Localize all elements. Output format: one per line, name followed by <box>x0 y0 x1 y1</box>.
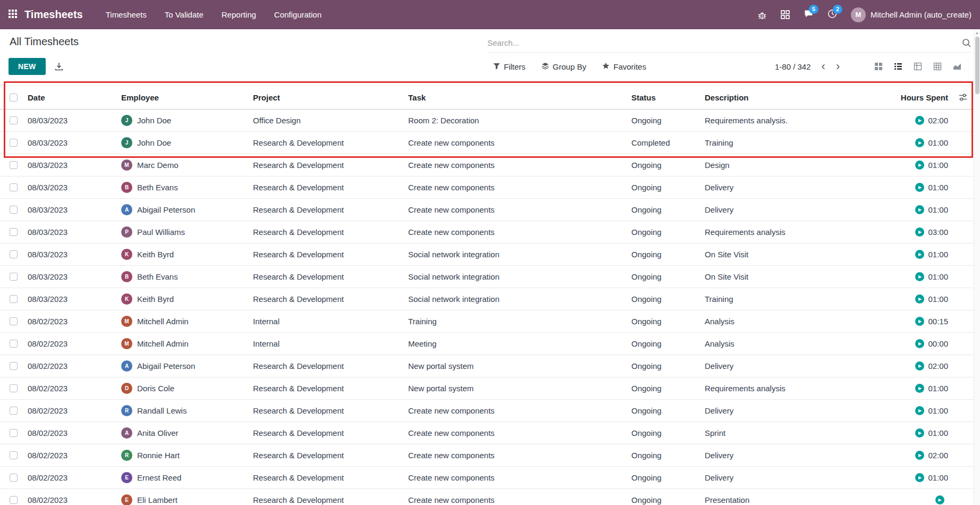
header-status[interactable]: Status <box>627 93 700 102</box>
cell-employee[interactable]: J John Doe <box>117 137 249 148</box>
cell-date[interactable]: 08/02/2023 <box>23 473 117 482</box>
cell-employee[interactable]: P Paul Williams <box>117 226 249 238</box>
row-checkbox[interactable] <box>10 206 18 214</box>
cell-task[interactable]: Create new components <box>404 205 627 214</box>
timer-play-icon[interactable]: ▶ <box>915 116 924 125</box>
cell-date[interactable]: 08/03/2023 <box>23 250 117 259</box>
cell-project[interactable]: Internal <box>249 317 404 326</box>
modules-grid-icon[interactable] <box>781 10 790 19</box>
apps-menu-button[interactable] <box>9 10 17 20</box>
cell-hours[interactable]: ▶ 03:00 <box>876 228 974 237</box>
cell-status[interactable]: Ongoing <box>627 294 700 304</box>
cell-project[interactable]: Research & Development <box>249 473 404 482</box>
cell-project[interactable]: Office Design <box>249 116 404 125</box>
cell-employee[interactable]: A Abigail Peterson <box>117 204 249 215</box>
cell-project[interactable]: Internal <box>249 339 404 348</box>
cell-employee[interactable]: R Randall Lewis <box>117 405 249 416</box>
favorites-button[interactable]: Favorites <box>602 62 646 71</box>
cell-date[interactable]: 08/02/2023 <box>23 384 117 393</box>
cell-project[interactable]: Research & Development <box>249 495 404 504</box>
timer-play-icon[interactable]: ▶ <box>915 428 924 437</box>
timer-play-icon[interactable]: ▶ <box>915 361 924 371</box>
graph-view-button[interactable] <box>948 58 966 74</box>
cell-date[interactable]: 08/03/2023 <box>23 183 117 192</box>
row-checkbox[interactable] <box>10 496 18 504</box>
cell-date[interactable]: 08/03/2023 <box>23 116 117 125</box>
cell-description[interactable]: Delivery <box>700 451 876 460</box>
cell-date[interactable]: 08/03/2023 <box>23 228 117 237</box>
cell-task[interactable]: Create new components <box>404 451 627 460</box>
timer-play-icon[interactable]: ▶ <box>915 272 924 281</box>
header-task[interactable]: Task <box>404 93 627 102</box>
cell-hours[interactable]: ▶ 01:00 <box>876 272 974 281</box>
cell-employee[interactable]: M Mitchell Admin <box>117 316 249 327</box>
cell-hours[interactable]: ▶ 01:00 <box>876 161 974 170</box>
row-checkbox[interactable] <box>10 273 18 281</box>
row-checkbox[interactable] <box>10 362 18 370</box>
cell-description[interactable]: Training <box>700 294 876 304</box>
cell-task[interactable]: Create new components <box>404 406 627 415</box>
cell-status[interactable]: Ongoing <box>627 428 700 437</box>
cell-date[interactable]: 08/02/2023 <box>23 451 117 460</box>
cell-description[interactable]: Delivery <box>700 406 876 415</box>
table-row[interactable]: 08/02/2023 R Randall Lewis Research & De… <box>0 400 974 422</box>
optional-columns-button[interactable] <box>959 93 967 102</box>
table-row[interactable]: 08/03/2023 M Marc Demo Research & Develo… <box>0 154 974 176</box>
vertical-scrollbar[interactable]: ▲ <box>974 29 980 505</box>
cell-hours[interactable]: ▶ 02:00 <box>876 361 974 371</box>
search-input[interactable] <box>487 38 962 47</box>
header-date[interactable]: Date <box>23 93 117 102</box>
cell-project[interactable]: Research & Development <box>249 272 404 281</box>
cell-date[interactable]: 08/03/2023 <box>23 205 117 214</box>
cell-status[interactable]: Ongoing <box>627 183 700 192</box>
cell-date[interactable]: 08/02/2023 <box>23 406 117 415</box>
cell-project[interactable]: Research & Development <box>249 183 404 192</box>
filters-button[interactable]: Filters <box>493 62 526 71</box>
cell-status[interactable]: Ongoing <box>627 116 700 125</box>
cell-hours[interactable]: ▶ <box>876 495 974 504</box>
cell-status[interactable]: Ongoing <box>627 451 700 460</box>
cell-description[interactable]: On Site Visit <box>700 272 876 281</box>
row-checkbox[interactable] <box>10 429 18 437</box>
search-icon[interactable] <box>962 38 971 48</box>
table-row[interactable]: 08/02/2023 D Doris Cole Research & Devel… <box>0 377 974 400</box>
row-checkbox[interactable] <box>10 317 18 325</box>
row-checkbox[interactable] <box>10 384 18 392</box>
timer-play-icon[interactable]: ▶ <box>915 384 924 393</box>
row-checkbox[interactable] <box>10 183 18 191</box>
cell-employee[interactable]: M Marc Demo <box>117 159 249 171</box>
cell-project[interactable]: Research & Development <box>249 138 404 147</box>
cell-description[interactable]: Requirements analysis <box>700 384 876 393</box>
table-row[interactable]: 08/02/2023 A Anita Oliver Research & Dev… <box>0 422 974 444</box>
cell-task[interactable]: New portal system <box>404 361 627 371</box>
cell-description[interactable]: Analysis <box>700 317 876 326</box>
cell-task[interactable]: Social network integration <box>404 272 627 281</box>
messages-button[interactable]: 5 <box>804 9 814 21</box>
timer-play-icon[interactable]: ▶ <box>915 228 924 237</box>
pager-previous-button[interactable]: ‹ <box>817 61 830 72</box>
cell-task[interactable]: Create new components <box>404 138 627 147</box>
group-by-button[interactable]: Group By <box>542 62 586 71</box>
cell-description[interactable]: Training <box>700 138 876 147</box>
cell-status[interactable]: Ongoing <box>627 339 700 348</box>
cell-status[interactable]: Ongoing <box>627 361 700 371</box>
timer-play-icon[interactable]: ▶ <box>915 473 924 482</box>
cell-description[interactable]: Delivery <box>700 205 876 214</box>
pivot-view-button[interactable] <box>928 58 947 74</box>
row-checkbox[interactable] <box>10 295 18 303</box>
cell-project[interactable]: Research & Development <box>249 451 404 460</box>
row-checkbox[interactable] <box>10 451 18 459</box>
select-all-checkbox[interactable] <box>10 94 18 102</box>
kanban-view-button[interactable] <box>869 58 888 74</box>
list-view-button[interactable] <box>889 58 907 74</box>
row-checkbox[interactable] <box>10 474 18 482</box>
cell-hours[interactable]: ▶ 01:00 <box>876 384 974 393</box>
cell-employee[interactable]: E Eli Lambert <box>117 494 249 505</box>
cell-task[interactable]: Room 2: Decoration <box>404 116 627 125</box>
table-row[interactable]: 08/03/2023 B Beth Evans Research & Devel… <box>0 266 974 288</box>
cell-status[interactable]: Ongoing <box>627 228 700 237</box>
cell-status[interactable]: Ongoing <box>627 161 700 170</box>
cell-description[interactable]: Delivery <box>700 473 876 482</box>
cell-task[interactable]: Create new components <box>404 228 627 237</box>
table-row[interactable]: 08/02/2023 E Ernest Reed Research & Deve… <box>0 467 974 489</box>
